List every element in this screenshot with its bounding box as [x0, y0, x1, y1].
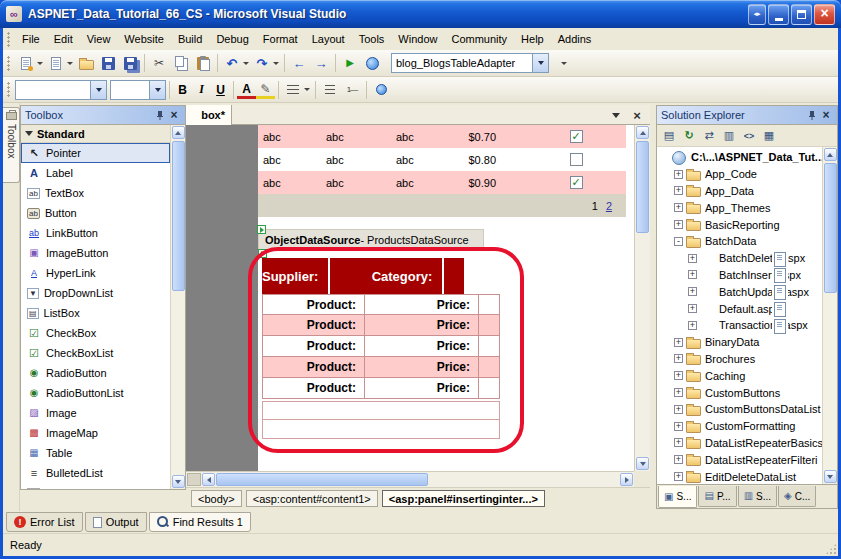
menu-item[interactable]: Build: [171, 29, 209, 49]
menu-item[interactable]: Community: [444, 29, 514, 49]
view-designer-icon[interactable]: [760, 127, 778, 145]
tree-expander-icon[interactable]: +: [674, 472, 683, 481]
tag-navigator-item[interactable]: <body>: [191, 490, 242, 507]
scrollbar-thumb[interactable]: [216, 473, 428, 486]
solution-explorer-header[interactable]: Solution Explorer: [657, 106, 837, 125]
toolbox-item[interactable]: ab HiddenField: [21, 483, 170, 489]
toolbox-item[interactable]: ab LinkButton: [21, 223, 170, 243]
close-icon[interactable]: [819, 108, 833, 122]
tree-item[interactable]: + App_Data: [657, 183, 822, 200]
menu-item[interactable]: View: [80, 29, 118, 49]
menu-item[interactable]: Website: [117, 29, 171, 49]
tree-expander-icon[interactable]: +: [688, 304, 697, 313]
copy-web-site-icon[interactable]: [700, 127, 718, 145]
start-debugging-icon[interactable]: [339, 52, 361, 74]
menu-item[interactable]: Addins: [551, 29, 599, 49]
solution-explorer-scrollbar[interactable]: [822, 147, 837, 484]
view-code-icon[interactable]: [740, 127, 758, 145]
tree-expander-icon[interactable]: +: [674, 422, 683, 431]
scroll-right-icon[interactable]: [620, 473, 633, 486]
toolbar-options-icon[interactable]: [553, 52, 575, 74]
alignment-icon[interactable]: [282, 79, 304, 101]
tag-navigator-item[interactable]: <asp:content#content1>: [246, 490, 378, 507]
menu-item[interactable]: Help: [514, 29, 551, 49]
undo-icon[interactable]: [221, 52, 243, 74]
toolbox-section-standard[interactable]: Standard: [21, 125, 170, 143]
toolbox-autohide-tab[interactable]: Toolbox: [3, 107, 20, 183]
redo-icon[interactable]: [251, 52, 273, 74]
tree-item[interactable]: + BasicReporting: [657, 216, 822, 233]
save-all-icon[interactable]: [119, 52, 141, 74]
tree-expander-icon[interactable]: +: [674, 203, 683, 212]
row-checkbox[interactable]: [570, 176, 583, 189]
design-horizontal-scrollbar[interactable]: [186, 471, 634, 487]
alignment-dropdown-icon[interactable]: [304, 88, 310, 91]
toolbar-combobox[interactable]: blog_BlogsTableAdapter: [391, 53, 549, 73]
target-rule-combobox[interactable]: [15, 80, 107, 100]
tree-item[interactable]: + Transactions.aspx: [657, 317, 822, 334]
menu-item[interactable]: File: [15, 29, 47, 49]
toolbox-item[interactable]: ◉ RadioButton: [21, 363, 170, 383]
tree-item[interactable]: + DataListRepeaterBasics: [657, 435, 822, 452]
objectdatasource-control[interactable]: ObjectDataSource - ProductsDataSource: [258, 229, 484, 251]
navigate-forward-icon[interactable]: [310, 52, 332, 74]
tree-expander-icon[interactable]: +: [688, 287, 697, 296]
toolbox-item[interactable]: ▤ ListBox: [21, 303, 170, 323]
tree-expander-icon[interactable]: +: [674, 186, 683, 195]
tree-item[interactable]: + CustomButtons: [657, 384, 822, 401]
tree-item[interactable]: + App_Code: [657, 166, 822, 183]
row-checkbox[interactable]: [570, 153, 583, 166]
tree-expander-icon[interactable]: +: [674, 405, 683, 414]
refresh-icon[interactable]: [680, 127, 698, 145]
italic-button[interactable]: I: [192, 80, 211, 100]
tree-item[interactable]: C:\...\ASPNET_Data_Tut...: [657, 149, 822, 166]
hyperlink-icon[interactable]: [370, 79, 392, 101]
tree-item[interactable]: - BatchData: [657, 233, 822, 250]
combobox-dropdown-icon[interactable]: [90, 81, 106, 99]
toolbox-item[interactable]: ab Button: [21, 203, 170, 223]
tree-expander-icon[interactable]: +: [674, 388, 683, 397]
tab-find-results[interactable]: Find Results 1: [149, 512, 251, 532]
tab-properties[interactable]: P...: [698, 486, 736, 507]
toolbar-grip[interactable]: [7, 56, 11, 71]
add-item-dropdown-icon[interactable]: [67, 62, 73, 65]
tree-expander-icon[interactable]: +: [688, 321, 697, 330]
tree-expander-icon[interactable]: +: [674, 438, 683, 447]
undo-dropdown-icon[interactable]: [243, 62, 249, 65]
toolbox-item[interactable]: ▩ ImageMap: [21, 423, 170, 443]
toolbar-grip[interactable]: [7, 82, 11, 97]
scroll-left-icon[interactable]: [202, 473, 215, 486]
toolbox-item[interactable]: ≡ BulletedList: [21, 463, 170, 483]
new-dropdown-icon[interactable]: [37, 62, 43, 65]
close-document-icon[interactable]: [629, 107, 645, 123]
resize-grip[interactable]: [824, 542, 837, 555]
splitter-box[interactable]: [187, 473, 201, 486]
tree-expander-icon[interactable]: +: [674, 338, 683, 347]
pager-page-2-link[interactable]: 2: [606, 200, 612, 212]
tree-expander-icon[interactable]: +: [674, 455, 683, 464]
tree-item[interactable]: + BatchUpdate.aspx: [657, 283, 822, 300]
tree-item[interactable]: + Default.aspx: [657, 300, 822, 317]
window-panes-button[interactable]: [748, 4, 766, 25]
tree-item[interactable]: + DataListRepeaterFilteri: [657, 451, 822, 468]
underline-button[interactable]: U: [211, 80, 230, 100]
tree-expander-icon[interactable]: -: [674, 237, 683, 246]
scroll-up-icon[interactable]: [636, 126, 649, 139]
menu-item[interactable]: Debug: [209, 29, 255, 49]
toolbox-item[interactable]: ▣ ImageButton: [21, 243, 170, 263]
redo-dropdown-icon[interactable]: [273, 62, 279, 65]
scrollbar-thumb[interactable]: [636, 141, 649, 233]
browse-icon[interactable]: [361, 52, 383, 74]
design-vertical-scrollbar[interactable]: [634, 125, 650, 471]
new-web-site-icon[interactable]: [15, 52, 37, 74]
save-icon[interactable]: [97, 52, 119, 74]
toolbar-grip[interactable]: [7, 32, 11, 47]
menu-item[interactable]: Window: [391, 29, 444, 49]
scroll-down-icon[interactable]: [636, 457, 649, 470]
paste-icon[interactable]: [192, 52, 214, 74]
page-canvas[interactable]: abc abc abc $0.70 abc abc abc $0.80: [258, 125, 634, 471]
toolbox-item[interactable]: ↖ Pointer: [21, 143, 170, 163]
toolbox-item[interactable]: ▨ Image: [21, 403, 170, 423]
tree-item[interactable]: + Caching: [657, 367, 822, 384]
row-checkbox[interactable]: [570, 130, 583, 143]
